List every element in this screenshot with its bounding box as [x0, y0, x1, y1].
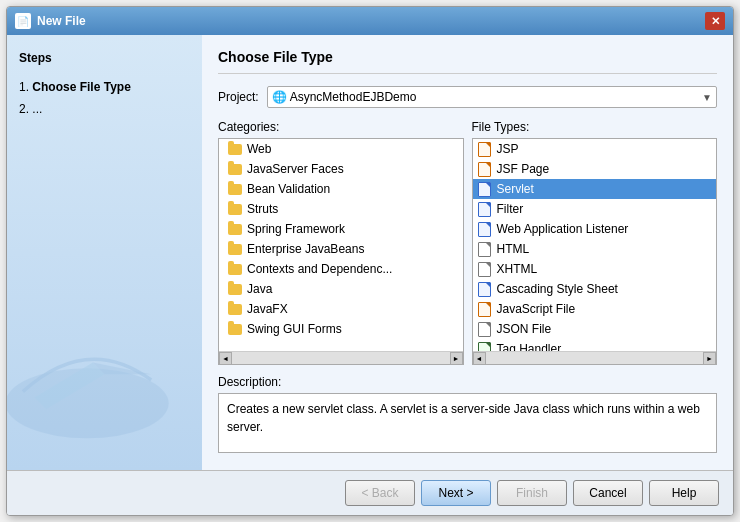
steps-sidebar: Steps 1. Choose File Type 2. ...: [7, 35, 202, 470]
filetypes-hscrollbar[interactable]: ◄ ►: [473, 351, 717, 364]
file-icon: [477, 161, 493, 177]
folder-icon: [227, 141, 243, 157]
file-icon: [477, 341, 493, 351]
folder-icon: [227, 201, 243, 217]
list-item[interactable]: JavaServer Faces: [219, 159, 463, 179]
list-item-selected[interactable]: Servlet: [473, 179, 717, 199]
project-value: AsyncMethodEJBDemo: [290, 90, 702, 104]
step-1-label: Choose File Type: [32, 80, 130, 94]
list-item[interactable]: JSON File: [473, 319, 717, 339]
watermark-graphic: [7, 310, 177, 450]
hscroll-left-btn[interactable]: ◄: [219, 352, 232, 365]
project-label: Project:: [218, 90, 259, 104]
back-button[interactable]: < Back: [345, 480, 415, 506]
close-button[interactable]: ✕: [705, 12, 725, 30]
file-icon: [477, 241, 493, 257]
folder-icon: [227, 181, 243, 197]
dialog-content: Steps 1. Choose File Type 2. ... Choose …: [7, 35, 733, 470]
step-2: 2. ...: [19, 99, 190, 121]
categories-list[interactable]: Web JavaServer Faces Bean Validation: [219, 139, 463, 351]
dialog-title: New File: [37, 14, 705, 28]
new-file-dialog: 📄 New File ✕ Steps 1. Choose File Type 2…: [6, 6, 734, 516]
step-2-label: ...: [32, 102, 42, 116]
list-item[interactable]: Struts: [219, 199, 463, 219]
file-icon: [477, 301, 493, 317]
list-item[interactable]: Bean Validation: [219, 179, 463, 199]
folder-icon: [227, 221, 243, 237]
list-item[interactable]: Web Application Listener: [473, 219, 717, 239]
list-item[interactable]: Filter: [473, 199, 717, 219]
list-item[interactable]: Cascading Style Sheet: [473, 279, 717, 299]
step-list: 1. Choose File Type 2. ...: [19, 77, 190, 120]
filetypes-label: File Types:: [472, 120, 718, 134]
cancel-button[interactable]: Cancel: [573, 480, 643, 506]
step-1-number: 1.: [19, 80, 32, 94]
file-icon: [477, 281, 493, 297]
hscroll-left-btn[interactable]: ◄: [473, 352, 486, 365]
lists-area: Categories: Web JavaServer Faces: [218, 120, 717, 365]
dialog-icon: 📄: [15, 13, 31, 29]
step-2-number: 2.: [19, 102, 32, 116]
step-1: 1. Choose File Type: [19, 77, 190, 99]
description-label: Description:: [218, 375, 717, 389]
project-select[interactable]: 🌐 AsyncMethodEJBDemo ▼: [267, 86, 717, 108]
footer-buttons: < Back Next > Finish Cancel Help: [7, 470, 733, 515]
file-icon: [477, 321, 493, 337]
folder-icon: [227, 321, 243, 337]
categories-hscrollbar[interactable]: ◄ ►: [219, 351, 463, 364]
list-item[interactable]: Contexts and Dependenc...: [219, 259, 463, 279]
folder-icon: [227, 241, 243, 257]
hscroll-right-btn[interactable]: ►: [703, 352, 716, 365]
list-item[interactable]: Enterprise JavaBeans: [219, 239, 463, 259]
steps-title: Steps: [19, 51, 190, 65]
list-item[interactable]: JSF Page: [473, 159, 717, 179]
section-title: Choose File Type: [218, 49, 717, 74]
file-icon: [477, 221, 493, 237]
list-item[interactable]: JavaFX: [219, 299, 463, 319]
filetypes-list[interactable]: JSP JSF Page Servlet: [473, 139, 717, 351]
file-icon: [477, 201, 493, 217]
hscroll-right-btn[interactable]: ►: [450, 352, 463, 365]
list-item[interactable]: XHTML: [473, 259, 717, 279]
list-item[interactable]: Web: [219, 139, 463, 159]
list-item[interactable]: Tag Handler: [473, 339, 717, 351]
next-button[interactable]: Next >: [421, 480, 491, 506]
folder-icon: [227, 161, 243, 177]
description-section: Description:: [218, 375, 717, 456]
filetypes-listbox[interactable]: JSP JSF Page Servlet: [472, 138, 718, 365]
file-icon: [477, 261, 493, 277]
categories-label: Categories:: [218, 120, 464, 134]
help-button[interactable]: Help: [649, 480, 719, 506]
finish-button[interactable]: Finish: [497, 480, 567, 506]
categories-panel: Categories: Web JavaServer Faces: [218, 120, 464, 365]
description-textarea[interactable]: [218, 393, 717, 453]
globe-icon: 🌐: [272, 90, 286, 104]
folder-icon: [227, 261, 243, 277]
file-icon: [477, 141, 493, 157]
hscroll-track[interactable]: [232, 352, 450, 364]
list-item[interactable]: Spring Framework: [219, 219, 463, 239]
folder-icon: [227, 281, 243, 297]
list-item[interactable]: Swing GUI Forms: [219, 319, 463, 339]
project-row: Project: 🌐 AsyncMethodEJBDemo ▼: [218, 86, 717, 108]
hscroll-track[interactable]: [486, 352, 704, 364]
titlebar: 📄 New File ✕: [7, 7, 733, 35]
file-icon: [477, 181, 493, 197]
folder-icon: [227, 301, 243, 317]
list-item[interactable]: JSP: [473, 139, 717, 159]
list-item[interactable]: Java: [219, 279, 463, 299]
main-content: Choose File Type Project: 🌐 AsyncMethodE…: [202, 35, 733, 470]
list-item[interactable]: JavaScript File: [473, 299, 717, 319]
list-item[interactable]: HTML: [473, 239, 717, 259]
filetypes-panel: File Types: JSP JSF Page: [472, 120, 718, 365]
dropdown-arrow-icon: ▼: [702, 92, 712, 103]
categories-listbox[interactable]: Web JavaServer Faces Bean Validation: [218, 138, 464, 365]
